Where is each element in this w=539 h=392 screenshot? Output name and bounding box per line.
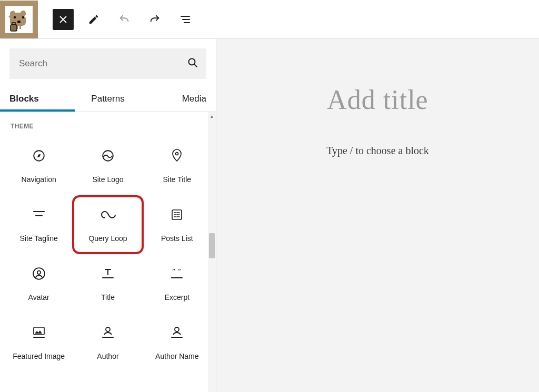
author-icon bbox=[101, 324, 115, 341]
excerpt-icon: ”” bbox=[170, 265, 184, 283]
map-pin-icon bbox=[171, 147, 183, 165]
svg-text:”: ” bbox=[172, 267, 175, 275]
search-icon bbox=[186, 56, 199, 71]
list-view-icon bbox=[179, 13, 192, 26]
block-author-name[interactable]: Author Name bbox=[144, 315, 211, 370]
scroll-thumb[interactable] bbox=[209, 233, 215, 258]
block-label: Site Logo bbox=[92, 175, 123, 185]
block-label: Featured Image bbox=[13, 352, 65, 361]
document-overview-button[interactable] bbox=[175, 9, 196, 30]
redo-button[interactable] bbox=[144, 9, 165, 30]
block-label: Author Name bbox=[155, 352, 198, 361]
block-label: Navigation bbox=[22, 175, 56, 185]
author-name-icon bbox=[170, 324, 184, 341]
block-posts-list[interactable]: Posts List bbox=[144, 197, 211, 252]
block-label: Posts List bbox=[161, 234, 193, 244]
block-label: Avatar bbox=[28, 293, 49, 303]
block-label: Excerpt bbox=[165, 293, 189, 303]
svg-point-12 bbox=[37, 271, 41, 275]
block-label: Site Title bbox=[163, 175, 191, 185]
svg-point-1 bbox=[14, 16, 16, 18]
block-avatar[interactable]: Avatar bbox=[5, 256, 72, 311]
editor-topbar bbox=[0, 0, 539, 39]
site-logo-button[interactable] bbox=[0, 1, 38, 38]
block-label: Site Tagline bbox=[20, 234, 58, 244]
scroll-up-arrow-icon[interactable]: ▴ bbox=[209, 113, 215, 119]
svg-point-9 bbox=[176, 153, 178, 155]
block-label: Title bbox=[101, 293, 115, 303]
undo-button[interactable] bbox=[114, 9, 135, 30]
svg-rect-4 bbox=[11, 25, 17, 31]
svg-point-16 bbox=[106, 327, 110, 331]
block-site-title[interactable]: Site Title bbox=[144, 138, 211, 193]
block-search-input[interactable] bbox=[9, 48, 206, 79]
block-title[interactable]: Title bbox=[74, 256, 141, 311]
loop-icon bbox=[100, 206, 116, 224]
svg-point-2 bbox=[22, 16, 24, 18]
block-query-loop[interactable]: Query Loop bbox=[74, 197, 141, 252]
category-label-theme: THEME bbox=[3, 112, 213, 133]
tab-blocks[interactable]: Blocks bbox=[0, 85, 75, 112]
block-label: Query Loop bbox=[88, 234, 127, 244]
tagline-icon bbox=[32, 206, 46, 224]
block-inserter-panel: Blocks Patterns Media THEME Navigation S… bbox=[0, 39, 216, 392]
svg-point-17 bbox=[175, 327, 179, 331]
svg-rect-3 bbox=[17, 21, 21, 23]
tab-patterns[interactable]: Patterns bbox=[75, 85, 141, 112]
tab-media[interactable]: Media bbox=[141, 85, 216, 112]
blocks-scroll-region[interactable]: THEME Navigation Site Logo bbox=[0, 112, 216, 392]
undo-icon bbox=[117, 14, 131, 25]
avatar-icon bbox=[32, 265, 46, 283]
site-logo-icon bbox=[101, 147, 115, 165]
inserter-scrollbar[interactable]: ▴ bbox=[208, 112, 216, 392]
pencil-icon bbox=[88, 14, 99, 25]
block-navigation[interactable]: Navigation bbox=[5, 138, 72, 193]
compass-icon bbox=[32, 147, 46, 165]
block-featured-image[interactable]: Featured Image bbox=[5, 315, 72, 370]
edit-tool-button[interactable] bbox=[83, 9, 104, 30]
dog-logo-icon bbox=[5, 6, 33, 33]
theme-blocks-grid: Navigation Site Logo Site Title bbox=[3, 133, 213, 370]
close-inserter-button[interactable] bbox=[53, 9, 74, 30]
post-title-input[interactable]: Add title bbox=[231, 84, 525, 115]
title-icon bbox=[101, 265, 115, 283]
block-excerpt[interactable]: ”” Excerpt bbox=[144, 256, 211, 311]
redo-icon bbox=[148, 14, 162, 25]
block-site-tagline[interactable]: Site Tagline bbox=[5, 197, 72, 252]
block-label: Author bbox=[97, 352, 118, 361]
inserter-tabs: Blocks Patterns Media bbox=[0, 85, 216, 112]
close-icon bbox=[57, 14, 69, 25]
toolbar bbox=[38, 9, 196, 30]
editor-canvas[interactable]: Add title Type / to choose a block bbox=[216, 39, 539, 392]
svg-text:”: ” bbox=[178, 267, 181, 275]
svg-point-11 bbox=[33, 268, 45, 279]
post-body-placeholder[interactable]: Type / to choose a block bbox=[231, 145, 525, 157]
block-author[interactable]: Author bbox=[74, 315, 141, 370]
posts-list-icon bbox=[171, 206, 183, 224]
featured-image-icon bbox=[32, 324, 46, 341]
block-site-logo[interactable]: Site Logo bbox=[74, 138, 141, 193]
